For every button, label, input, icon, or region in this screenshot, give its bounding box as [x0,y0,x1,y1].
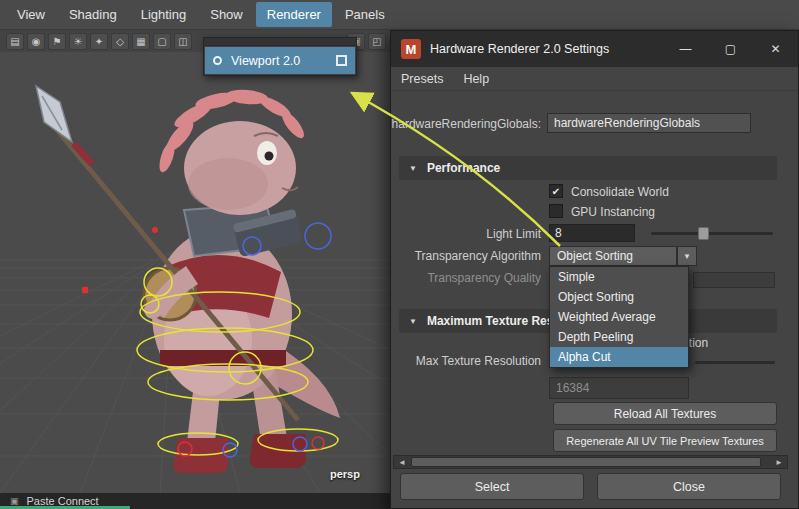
minimize-button[interactable]: — [663,31,708,67]
consolidate-world-label: Consolidate World [571,185,669,199]
regenerate-uv-previews-button[interactable]: Regenerate All UV Tile Preview Textures [553,429,777,452]
light-limit-slider-handle[interactable] [698,227,709,240]
character-model[interactable] [36,86,340,473]
max-texture-resolution-slider[interactable] [695,361,775,364]
camera-icon[interactable]: ◉ [27,33,45,50]
menu-help[interactable]: Help [453,72,499,86]
collapse-arrow-icon: ▼ [409,317,417,326]
reload-all-textures-button[interactable]: Reload All Textures [553,402,777,425]
maximize-button[interactable]: ▢ [708,31,753,67]
light-limit-slider[interactable] [651,232,773,235]
camera-label: persp [330,468,360,480]
menu-renderer[interactable]: Renderer [256,2,332,27]
gpu-instancing-checkbox[interactable] [549,204,563,218]
gpu-instancing-label: GPU Instancing [571,205,655,219]
menu-tearoff-strip[interactable] [204,38,356,46]
light-limit-label: Light Limit [391,227,541,241]
radio-selected-icon [213,56,222,65]
split-pane-icon[interactable]: ◫ [174,33,192,50]
max-texture-resolution-label: Max Texture Resolution [391,354,541,368]
globals-field[interactable]: hardwareRenderingGlobals [547,113,751,133]
section-performance-title: Performance [427,161,500,175]
menu-presets[interactable]: Presets [391,72,453,86]
max-texture-resolution-value-field: 16384 [549,377,689,399]
wireframe-cube-icon[interactable]: ◰ [368,33,386,50]
dropdown-option-object-sorting[interactable]: Object Sorting [550,287,688,307]
hardware-renderer-settings-dialog: M Hardware Renderer 2.0 Settings — ▢ ✕ P… [390,30,799,509]
dialog-titlebar[interactable]: M Hardware Renderer 2.0 Settings — ▢ ✕ [391,31,798,67]
check-icon: ✔ [552,186,560,197]
move-tool-icon[interactable]: ✦ [90,33,108,50]
menu-item-viewport20[interactable]: Viewport 2.0 [205,47,355,74]
globals-label: hardwareRenderingGlobals: [391,117,541,131]
snap-icon[interactable]: ◇ [111,33,129,50]
menu-shading[interactable]: Shading [58,2,128,27]
menu-show[interactable]: Show [199,2,254,27]
light-limit-input[interactable] [549,224,635,242]
viewport-canvas[interactable] [0,52,390,493]
menu-lighting[interactable]: Lighting [130,2,198,27]
transparency-quality-disabled-slider [693,272,775,288]
menu-item-label: Viewport 2.0 [231,54,300,68]
consolidate-world-checkbox[interactable]: ✔ [549,184,563,198]
scrollbar-thumb[interactable] [411,457,761,467]
dialog-title: Hardware Renderer 2.0 Settings [430,42,609,56]
option-box-icon[interactable] [336,55,347,66]
menu-view[interactable]: View [6,2,56,27]
dropdown-arrow-button[interactable]: ▼ [677,246,697,266]
close-window-button[interactable]: ✕ [753,31,798,67]
dropdown-option-depth-peeling[interactable]: Depth Peeling [550,327,688,347]
maya-app-icon: M [401,39,421,59]
transparency-algorithm-option-list: Simple Object Sorting Weighted Average D… [549,266,689,368]
dropdown-option-simple[interactable]: Simple [550,267,688,287]
light-icon[interactable]: ☀ [69,33,87,50]
bookmark-icon[interactable]: ⚑ [48,33,66,50]
clipboard-icon: ▣ [10,496,19,506]
horizontal-scrollbar[interactable]: ◄ ► [393,455,788,469]
select-button[interactable]: Select [400,473,584,500]
close-button[interactable]: Close [597,473,781,500]
dialog-menubar: Presets Help [391,67,798,91]
panel-menubar: View Shading Lighting Show Renderer Pane… [0,0,799,30]
viewport-panel[interactable] [0,52,390,493]
chevron-down-icon: ▼ [683,252,691,261]
scroll-right-icon[interactable]: ► [771,456,787,468]
dropdown-option-alpha-cut[interactable]: Alpha Cut [550,347,688,367]
single-pane-icon[interactable]: ▢ [153,33,171,50]
grid-toggle-icon[interactable]: ▦ [132,33,150,50]
scroll-left-icon[interactable]: ◄ [394,456,410,468]
transparency-algorithm-dropdown[interactable]: Object Sorting [549,246,677,266]
renderer-menu-panel: Viewport 2.0 [203,37,357,76]
menu-panels[interactable]: Panels [334,2,396,27]
film-icon[interactable]: ▤ [6,33,24,50]
transparency-quality-label: Transparency Quality [391,271,541,285]
section-performance[interactable]: ▼ Performance [399,156,777,180]
transparency-algorithm-label: Transparency Algorithm [391,249,541,263]
collapse-arrow-icon: ▼ [409,164,417,173]
dropdown-option-weighted-average[interactable]: Weighted Average [550,307,688,327]
